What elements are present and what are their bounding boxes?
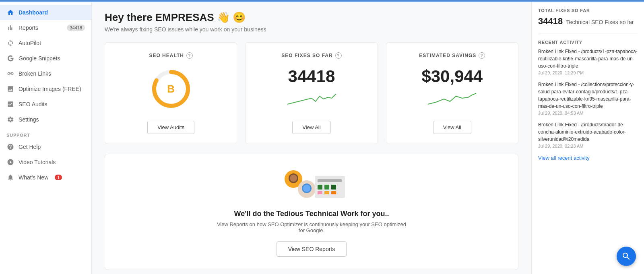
svg-rect-15 — [331, 191, 336, 194]
support-section-label: SUPPORT — [0, 127, 91, 139]
activity-item-date-0: Jul 29, 2020, 12:29 PM — [538, 70, 638, 75]
estimated-savings-help-icon[interactable]: ? — [479, 52, 485, 59]
seo-fixes-sparkline — [287, 90, 336, 106]
promo-card: We'll do the Tedious Technical Work for … — [105, 154, 518, 270]
cards-row: SEO HEALTH ? B View Audits SEO FIXES SO … — [105, 42, 518, 144]
total-fixes-section-title: TOTAL FIXES SO FAR — [538, 8, 638, 13]
google-icon — [6, 54, 14, 62]
activity-item-date-2: Jul 29, 2020, 02:23 AM — [538, 144, 638, 148]
promo-sub: View Reports on how SEO Optimizer is con… — [215, 221, 408, 233]
svg-rect-14 — [324, 191, 329, 194]
whats-new-badge: 1 — [55, 175, 62, 180]
link-icon — [6, 70, 14, 78]
sidebar-item-reports[interactable]: Reports 34418 — [0, 20, 91, 35]
activity-item-text-1: Broken Link Fixed - /collections/protecc… — [538, 81, 638, 110]
activity-item-2: Broken Link Fixed - /products/tirador-de… — [538, 121, 638, 148]
activity-list: Broken Link Fixed - /products/1-pza-tapa… — [538, 48, 638, 148]
seo-health-help-icon[interactable]: ? — [186, 52, 193, 59]
activity-item-1: Broken Link Fixed - /collections/protecc… — [538, 81, 638, 115]
sidebar-item-broken-links[interactable]: Broken Links — [0, 66, 91, 81]
seo-fixes-title: SEO FIXES SO FAR ? — [281, 52, 341, 59]
seo-health-title: SEO HEALTH ? — [149, 52, 192, 59]
right-panel: TOTAL FIXES SO FAR 34418 Technical SEO F… — [531, 0, 644, 274]
greeting-sub: We're always fixing SEO issues while you… — [105, 26, 518, 33]
image-icon — [6, 85, 14, 93]
bell-icon — [6, 173, 14, 181]
sidebar: Dashboard Reports 34418 AutoPilot Google… — [0, 0, 92, 274]
sidebar-item-settings[interactable]: Settings — [0, 112, 91, 127]
promo-illustration — [271, 167, 352, 203]
top-bar — [0, 0, 644, 2]
promo-title: We'll do the Tedious Technical Work for … — [234, 210, 389, 218]
view-all-savings-button[interactable]: View All — [433, 121, 471, 134]
health-circle: B — [149, 67, 193, 111]
greeting-title: Hey there EMPRESAS 👋 😊 — [105, 11, 518, 24]
svg-rect-13 — [318, 191, 322, 194]
estimated-savings-sparkline — [428, 90, 476, 106]
svg-rect-9 — [318, 179, 342, 182]
circle-question-icon — [6, 143, 14, 151]
main-content: Hey there EMPRESAS 👋 😊 We're always fixi… — [92, 0, 531, 274]
estimated-savings-value: $30,944 — [421, 67, 483, 86]
activity-item-text-0: Broken Link Fixed - /products/1-pza-tapa… — [538, 48, 638, 70]
sidebar-item-get-help[interactable]: Get Help — [0, 139, 91, 155]
sidebar-item-seo-audits[interactable]: SEO Audits — [0, 97, 91, 112]
divider-1 — [538, 33, 638, 33]
sidebar-item-dashboard[interactable]: Dashboard — [0, 5, 91, 20]
play-icon — [6, 158, 14, 166]
health-grade: B — [167, 83, 175, 95]
checklist-icon — [6, 100, 14, 108]
svg-point-7 — [303, 185, 310, 192]
sidebar-item-autopilot[interactable]: AutoPilot — [0, 35, 91, 51]
recent-activity-section-title: RECENT ACTIVITY — [538, 40, 638, 45]
estimated-savings-title: ESTIMATED SAVINGS ? — [419, 52, 485, 59]
activity-item-0: Broken Link Fixed - /products/1-pza-tapa… — [538, 48, 638, 75]
home-icon — [6, 8, 14, 16]
seo-fixes-help-icon[interactable]: ? — [335, 52, 342, 59]
view-all-fixes-button[interactable]: View All — [292, 121, 330, 134]
svg-point-4 — [290, 175, 297, 182]
activity-item-text-2: Broken Link Fixed - /products/tirador-de… — [538, 121, 638, 143]
sidebar-item-video-tutorials[interactable]: Video Tutorials — [0, 155, 91, 170]
view-seo-reports-button[interactable]: View SEO Reports — [277, 241, 347, 257]
total-fixes-label: Technical SEO Fixes so far — [566, 19, 634, 25]
svg-rect-11 — [324, 185, 329, 190]
view-audits-button[interactable]: View Audits — [147, 121, 194, 134]
seo-fixes-value: 34418 — [288, 67, 335, 86]
seo-fixes-card: SEO FIXES SO FAR ? 34418 View All — [245, 42, 378, 144]
svg-rect-12 — [331, 185, 336, 190]
activity-item-date-1: Jul 29, 2020, 04:53 AM — [538, 111, 638, 115]
estimated-savings-card: ESTIMATED SAVINGS ? $30,944 View All — [386, 42, 518, 144]
sidebar-item-optimize-images[interactable]: Optimize Images (FREE) — [0, 81, 91, 97]
autopilot-icon — [6, 39, 14, 47]
bar-chart-icon — [6, 24, 14, 32]
total-fixes-number: 34418 — [538, 16, 563, 26]
svg-rect-10 — [318, 185, 322, 190]
seo-health-card: SEO HEALTH ? B View Audits — [105, 42, 237, 144]
view-all-recent-activity-link[interactable]: View all recent activity — [538, 155, 590, 161]
sidebar-item-google-snippets[interactable]: Google Snippets — [0, 51, 91, 66]
chat-bubble-button[interactable] — [617, 247, 636, 266]
sidebar-item-whats-new[interactable]: What's New 1 — [0, 170, 91, 185]
gear-icon — [6, 115, 14, 124]
reports-badge: 34418 — [67, 25, 85, 31]
